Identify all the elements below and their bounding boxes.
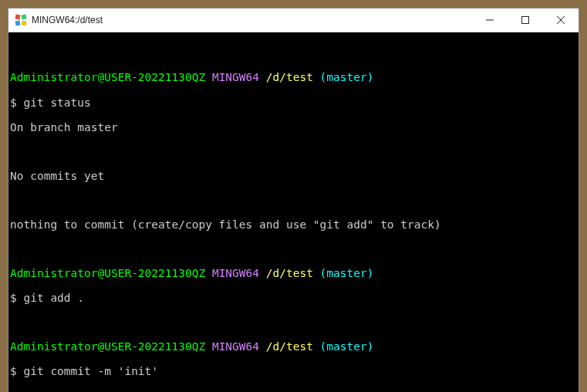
terminal-body[interactable]: Administrator@USER-20221130QZ MINGW64 /d…	[8, 32, 579, 392]
close-button[interactable]	[543, 8, 579, 32]
app-icon	[15, 14, 27, 26]
output-line: No commits yet	[10, 170, 577, 182]
prompt-line: Administrator@USER-20221130QZ MINGW64 /d…	[10, 267, 577, 279]
svg-rect-0	[15, 15, 21, 20]
prompt-line: Administrator@USER-20221130QZ MINGW64 /d…	[10, 71, 577, 83]
command-line: $ git commit -m 'init'	[10, 365, 577, 377]
prompt-line: Administrator@USER-20221130QZ MINGW64 /d…	[10, 340, 577, 353]
svg-rect-5	[522, 17, 529, 24]
window-title: MINGW64:/d/test	[32, 15, 472, 25]
output-line: On branch master	[10, 121, 577, 133]
svg-rect-3	[22, 21, 27, 26]
titlebar: MINGW64:/d/test	[8, 8, 579, 32]
output-line: nothing to commit (create/copy files and…	[10, 218, 577, 231]
maximize-button[interactable]	[508, 8, 543, 32]
svg-rect-2	[15, 21, 21, 26]
terminal-window: MINGW64:/d/test Administrator@USER-20221…	[8, 8, 579, 392]
command-line: $ git status	[10, 96, 577, 109]
command-line: $ git add .	[10, 292, 577, 304]
svg-rect-1	[22, 15, 27, 20]
minimize-button[interactable]	[472, 8, 508, 32]
